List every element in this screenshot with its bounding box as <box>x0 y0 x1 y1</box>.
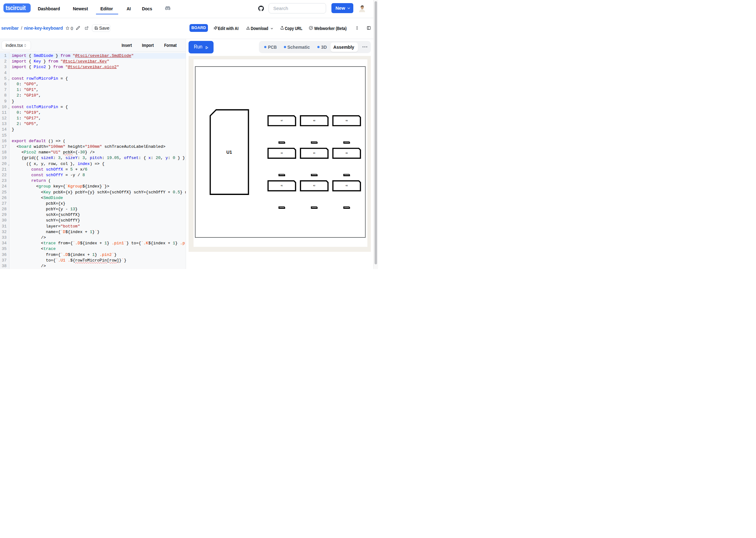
svg-text:U1: U1 <box>226 150 232 155</box>
svg-text:K4: K4 <box>281 152 283 154</box>
svg-text:K5: K5 <box>313 152 315 154</box>
svg-text:K9: K9 <box>346 120 348 122</box>
svg-text:K3: K3 <box>346 185 348 187</box>
svg-text:K2: K2 <box>313 185 315 187</box>
svg-text:K7: K7 <box>281 120 283 122</box>
svg-text:K6: K6 <box>346 152 348 154</box>
svg-text:K1: K1 <box>281 185 283 187</box>
svg-text:K8: K8 <box>313 120 315 122</box>
